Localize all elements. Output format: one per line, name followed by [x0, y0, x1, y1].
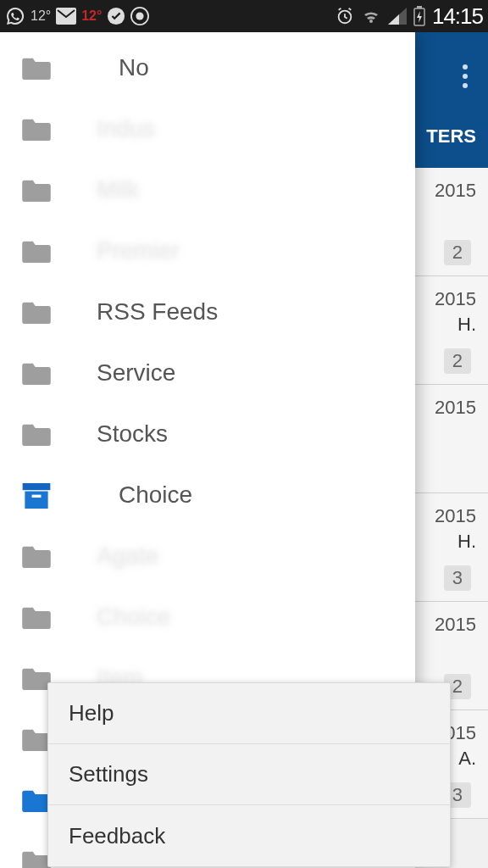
menu-item-help[interactable]: Help: [48, 683, 450, 744]
folder-icon: [22, 178, 51, 202]
folder-item[interactable]: Stocks: [0, 403, 415, 465]
folder-label: Stocks: [97, 420, 168, 448]
alarm-icon: [336, 7, 354, 25]
folder-item[interactable]: Service: [0, 342, 415, 403]
folder-label: RSS Feeds: [97, 298, 218, 326]
folder-icon: [22, 849, 51, 868]
folder-item[interactable]: Indus: [0, 98, 415, 159]
folder-label: Choice: [97, 604, 170, 631]
archive-icon: [22, 483, 51, 507]
record-circle-icon: [130, 7, 149, 25]
folder-label: Agate: [97, 542, 158, 570]
whatsapp-icon: [5, 6, 25, 26]
more-vert-icon[interactable]: [463, 64, 468, 88]
svg-point-3: [136, 12, 144, 19]
folder-label: Choice: [119, 481, 192, 509]
menu-item-feedback[interactable]: Feedback: [48, 805, 450, 866]
row-year: 2015: [435, 614, 476, 636]
folder-label: Premier: [97, 237, 180, 264]
folder-icon: [22, 239, 51, 263]
row-year: 2015: [435, 505, 476, 527]
folder-icon: [22, 544, 51, 568]
folder-icon: [22, 666, 51, 690]
status-bar: 12° 12° 14:15: [0, 0, 488, 32]
folder-icon: [22, 727, 51, 751]
folder-label: Indus: [97, 115, 155, 142]
svg-rect-7: [23, 483, 51, 490]
folder-icon: [22, 422, 51, 446]
status-temp-1: 12°: [30, 8, 51, 24]
folder-item[interactable]: RSS Feeds: [0, 281, 415, 342]
folder-label: Milk: [97, 176, 139, 203]
folder-label: Service: [97, 359, 175, 387]
row-h: H.: [458, 531, 476, 553]
status-left: 12° 12°: [5, 6, 149, 26]
folder-icon: [22, 300, 51, 324]
row-year: 2015: [435, 288, 476, 310]
overflow-menu: Help Settings Feedback: [47, 682, 451, 867]
row-count: 2: [444, 240, 471, 265]
status-clock: 14:15: [432, 3, 483, 30]
folder-icon: [22, 788, 51, 812]
folder-icon: [22, 56, 51, 80]
status-right: 14:15: [336, 3, 483, 30]
folder-item[interactable]: Choice: [0, 587, 415, 648]
row-year: 2015: [435, 180, 476, 202]
row-h: H.: [458, 314, 476, 336]
signal-icon: [388, 8, 407, 25]
folder-icon: [22, 117, 51, 141]
folder-item[interactable]: Agate: [0, 526, 415, 587]
folder-icon: [22, 361, 51, 385]
battery-charging-icon: [413, 6, 425, 26]
menu-item-settings[interactable]: Settings: [48, 744, 450, 805]
gmail-icon: [56, 8, 76, 25]
wifi-icon: [361, 8, 381, 25]
folder-label: No: [119, 54, 149, 81]
folder-item[interactable]: Choice: [0, 465, 415, 526]
row-count: 2: [444, 348, 471, 374]
row-year: 2015: [435, 397, 476, 419]
check-circle-icon: [107, 7, 125, 25]
folder-item[interactable]: Premier: [0, 220, 415, 281]
folder-item[interactable]: Milk: [0, 159, 415, 220]
folder-icon: [22, 605, 51, 629]
folder-item[interactable]: No: [0, 37, 415, 98]
header-tab-fragment: TERS: [426, 125, 476, 147]
svg-rect-8: [25, 492, 47, 509]
row-h: A.: [458, 748, 476, 770]
svg-rect-6: [417, 6, 422, 8]
row-count: 3: [444, 565, 471, 591]
status-temp-2: 12°: [81, 8, 102, 24]
svg-rect-9: [32, 495, 42, 498]
